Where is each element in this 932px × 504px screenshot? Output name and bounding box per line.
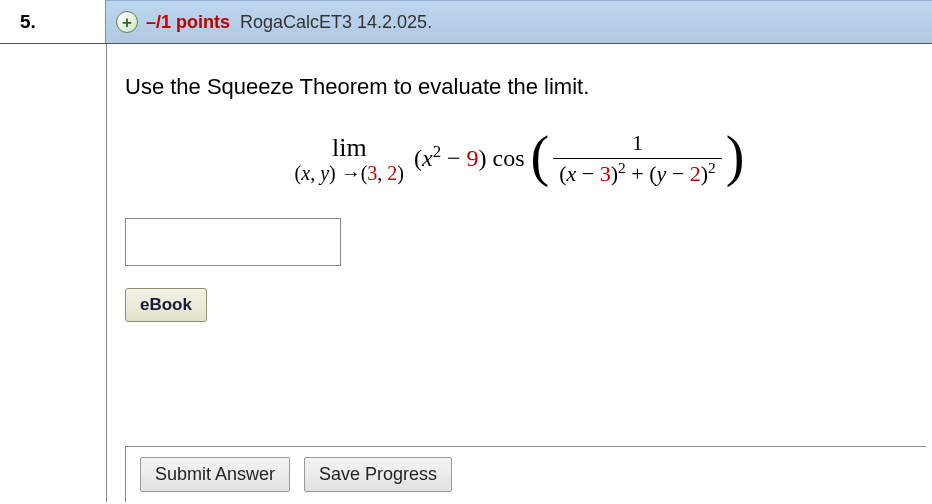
submit-answer-button[interactable]: Submit Answer xyxy=(140,457,290,492)
denominator: (x − 3)2 + (y − 2)2 xyxy=(553,159,722,189)
lim-word: lim xyxy=(332,135,367,161)
points-label: –/1 points xyxy=(146,12,230,33)
lim-subscript: (x, y) →(3, 2) xyxy=(295,163,404,183)
submit-tab: Submit Answer Save Progress xyxy=(125,446,466,502)
submit-row: Submit Answer Save Progress xyxy=(125,446,926,502)
problem-reference: RogaCalcET3 14.2.025. xyxy=(240,12,432,33)
question-number: 5. xyxy=(0,0,106,43)
big-paren-right: ) xyxy=(726,137,745,176)
tab-divider xyxy=(466,446,926,447)
fraction: 1 (x − 3)2 + (y − 2)2 xyxy=(553,128,722,190)
header-bar: + –/1 points RogaCalcET3 14.2.025. xyxy=(106,0,932,43)
expand-icon[interactable]: + xyxy=(116,11,138,33)
question-content: Use the Squeeze Theorem to evaluate the … xyxy=(106,44,932,502)
save-progress-button[interactable]: Save Progress xyxy=(304,457,452,492)
answer-input[interactable] xyxy=(125,218,341,266)
big-paren-left: ( xyxy=(531,137,550,176)
limit-block: lim (x, y) →(3, 2) xyxy=(295,135,404,183)
question-header: 5. + –/1 points RogaCalcET3 14.2.025. xyxy=(0,0,932,44)
factor: (x2 − 9) cos xyxy=(414,145,525,172)
numerator: 1 xyxy=(626,128,649,158)
ebook-button[interactable]: eBook xyxy=(125,288,207,322)
question-prompt: Use the Squeeze Theorem to evaluate the … xyxy=(125,74,914,100)
equation: lim (x, y) →(3, 2) (x2 − 9) cos ( 1 (x −… xyxy=(125,128,914,190)
